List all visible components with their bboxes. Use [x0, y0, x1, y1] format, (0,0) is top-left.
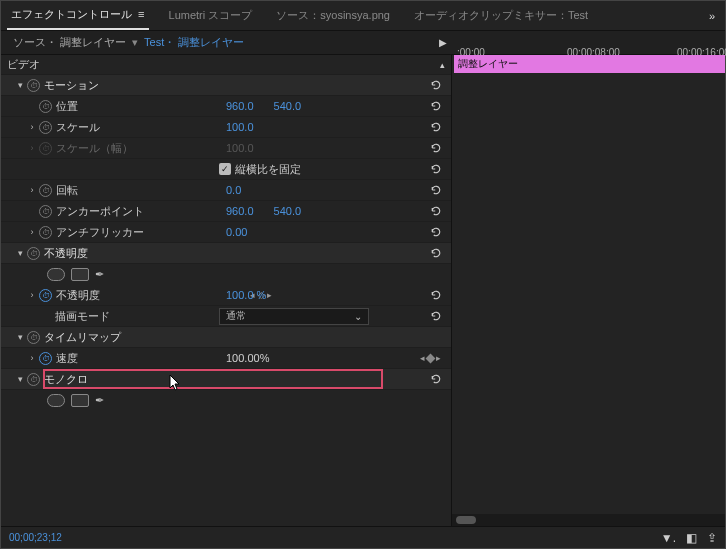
collapse-icon[interactable]: ▴: [440, 60, 445, 70]
selection-highlight: [43, 369, 383, 389]
horizontal-scrollbar[interactable]: [452, 514, 725, 526]
blend-mode-dropdown[interactable]: 通常⌄: [219, 308, 369, 325]
reset-icon[interactable]: [427, 225, 445, 239]
play-icon[interactable]: ▶: [439, 37, 457, 48]
stopwatch-icon[interactable]: ⏱: [39, 352, 52, 365]
tab-audio-mixer[interactable]: オーディオクリップミキサー：Test: [410, 2, 592, 29]
prop-antiflicker[interactable]: › ⏱ アンチフリッカー 0.00: [1, 222, 451, 243]
chevron-down-icon: ⌄: [354, 311, 362, 322]
prop-scale[interactable]: › ⏱ スケール 100.0: [1, 117, 451, 138]
fx-opacity-header[interactable]: ▾ ⏱ 不透明度: [1, 243, 451, 264]
status-bar: 00;00;23;12 ▼. ◧ ⇪: [1, 526, 725, 548]
stopwatch-icon[interactable]: ⏱: [27, 373, 40, 386]
rect-mask-icon[interactable]: [71, 394, 89, 407]
pen-mask-icon[interactable]: ✒: [95, 394, 104, 407]
prop-rotation[interactable]: › ⏱ 回転 0.0: [1, 180, 451, 201]
reset-icon[interactable]: [427, 372, 445, 386]
reset-icon[interactable]: [427, 204, 445, 218]
stopwatch-icon: ⏱: [39, 142, 52, 155]
stopwatch-icon[interactable]: ⏱: [39, 100, 52, 113]
stopwatch-icon[interactable]: ⏱: [39, 226, 52, 239]
timeline-pane[interactable]: 調整レイヤー: [451, 55, 725, 526]
prop-opacity[interactable]: › ⏱ 不透明度 100.0 % ◂ ◇ ▸: [1, 285, 451, 306]
stopwatch-icon[interactable]: ⏱: [39, 121, 52, 134]
export-icon[interactable]: ⇪: [707, 531, 717, 545]
fx-time-remap-header[interactable]: ▾ ⏱ タイムリマップ: [1, 327, 451, 348]
rect-mask-icon[interactable]: [71, 268, 89, 281]
category-video: ビデオ ▴: [1, 55, 451, 75]
dock-icon[interactable]: ◧: [686, 531, 697, 545]
tab-effect-controls[interactable]: エフェクトコントロール ≡: [7, 1, 149, 30]
stopwatch-icon[interactable]: ⏱: [27, 79, 40, 92]
stopwatch-icon[interactable]: ⏱: [27, 247, 40, 260]
stopwatch-icon[interactable]: ⏱: [27, 331, 40, 344]
tab-lumetri[interactable]: Lumetri スコープ: [165, 2, 257, 29]
keyframe-nav[interactable]: ◂ ▸: [420, 353, 441, 363]
prop-uniform-scale[interactable]: ✓ 縦横比を固定: [1, 159, 451, 180]
reset-icon[interactable]: [427, 288, 445, 302]
prop-blend-mode[interactable]: 描画モード 通常⌄: [1, 306, 451, 327]
ellipse-mask-icon[interactable]: [47, 268, 65, 281]
checkbox-icon[interactable]: ✓: [219, 163, 231, 175]
prop-position[interactable]: ⏱ 位置 960.0540.0: [1, 96, 451, 117]
panel-tabs: エフェクトコントロール ≡ Lumetri スコープ ソース：syosinsya…: [1, 1, 725, 31]
reset-icon[interactable]: [427, 78, 445, 92]
reset-icon[interactable]: [427, 309, 445, 323]
prop-anchor[interactable]: ⏱ アンカーポイント 960.0540.0: [1, 201, 451, 222]
tab-source[interactable]: ソース：syosinsya.png: [272, 2, 394, 29]
reset-icon[interactable]: [427, 246, 445, 260]
clip-label[interactable]: Test・ 調整レイヤー: [144, 35, 244, 50]
source-label: ソース・ 調整レイヤー: [13, 35, 126, 50]
fx-motion-header[interactable]: ▾ ⏱ モーション: [1, 75, 451, 96]
pen-mask-icon[interactable]: ✒: [95, 268, 104, 281]
overflow-icon[interactable]: »: [709, 10, 725, 22]
prop-scale-width: › ⏱ スケール（幅） 100.0: [1, 138, 451, 159]
reset-icon[interactable]: [427, 162, 445, 176]
reset-icon[interactable]: [427, 120, 445, 134]
prop-speed[interactable]: › ⏱ 速度 100.00% ◂ ▸: [1, 348, 451, 369]
stopwatch-icon[interactable]: ⏱: [39, 289, 52, 302]
ellipse-mask-icon[interactable]: [47, 394, 65, 407]
stopwatch-icon[interactable]: ⏱: [39, 184, 52, 197]
reset-icon[interactable]: [427, 141, 445, 155]
filter-icon[interactable]: ▼.: [661, 531, 676, 545]
fx-monochrome-header[interactable]: ▾ ⏱ モノクロ: [1, 369, 451, 390]
mask-tools: ✒: [1, 264, 451, 285]
reset-icon[interactable]: [427, 99, 445, 113]
mask-tools-mono: ✒: [1, 390, 451, 411]
reset-icon[interactable]: [427, 183, 445, 197]
timecode[interactable]: 00;00;23;12: [9, 532, 62, 543]
timeline-clip[interactable]: 調整レイヤー: [454, 55, 725, 73]
stopwatch-icon[interactable]: ⏱: [39, 205, 52, 218]
